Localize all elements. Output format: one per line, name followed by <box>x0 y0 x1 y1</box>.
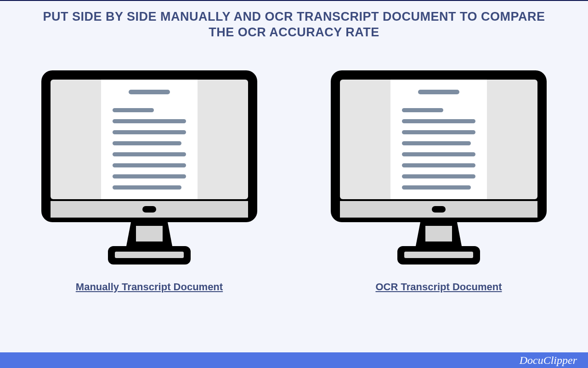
svg-rect-4 <box>113 108 154 112</box>
svg-rect-27 <box>402 163 475 167</box>
svg-rect-23 <box>402 119 475 123</box>
svg-rect-13 <box>51 199 248 201</box>
svg-rect-35 <box>404 252 473 258</box>
svg-rect-14 <box>142 206 156 213</box>
svg-rect-10 <box>113 174 186 178</box>
brand-logo: DocuClipper <box>520 354 577 367</box>
svg-rect-8 <box>113 152 186 156</box>
svg-rect-22 <box>402 108 443 112</box>
svg-rect-3 <box>129 90 170 94</box>
svg-rect-17 <box>115 252 184 258</box>
left-caption: Manually Transcript Document <box>76 281 223 293</box>
svg-rect-7 <box>113 141 181 145</box>
svg-rect-28 <box>402 174 475 178</box>
left-panel: Manually Transcript Document <box>37 66 262 293</box>
right-panel: OCR Transcript Document <box>326 66 551 293</box>
svg-rect-9 <box>113 163 186 167</box>
svg-rect-5 <box>113 119 186 123</box>
svg-rect-29 <box>402 185 471 190</box>
svg-rect-24 <box>402 130 475 134</box>
svg-rect-6 <box>113 130 186 134</box>
svg-rect-20 <box>390 80 487 199</box>
monitor-document-icon <box>37 66 262 268</box>
page-title: PUT SIDE BY SIDE MANUALLY AND OCR TRANSC… <box>0 1 588 40</box>
svg-rect-11 <box>113 185 181 190</box>
svg-rect-2 <box>101 80 198 199</box>
svg-rect-32 <box>432 206 446 213</box>
svg-rect-33 <box>425 226 452 242</box>
svg-rect-31 <box>340 199 537 201</box>
footer-bar: DocuClipper <box>0 352 588 368</box>
monitor-document-icon <box>326 66 551 268</box>
comparison-row: Manually Transcript Document <box>0 66 588 293</box>
right-caption: OCR Transcript Document <box>375 281 502 293</box>
svg-rect-15 <box>136 226 163 242</box>
svg-rect-26 <box>402 152 475 156</box>
svg-rect-25 <box>402 141 471 145</box>
svg-rect-21 <box>418 90 459 94</box>
